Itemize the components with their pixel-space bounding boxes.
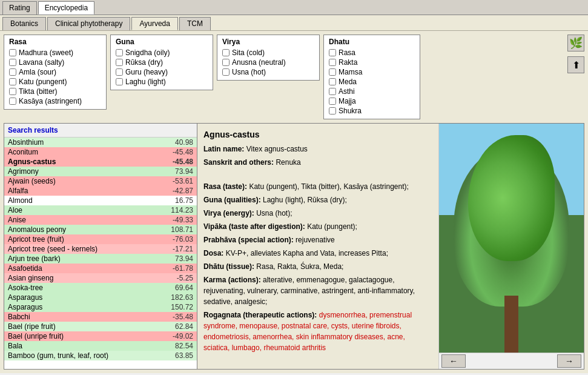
- checkbox-amla[interactable]: [9, 68, 16, 76]
- tree-trunk: [504, 296, 519, 353]
- detail-pane: Agnus-castus Latin name: Vitex agnus-cas…: [197, 123, 584, 370]
- list-item-name: Almond: [8, 196, 33, 205]
- list-item-name: Babchi: [8, 313, 30, 321]
- list-item[interactable]: Asparagus150.72: [4, 302, 197, 312]
- label-madhura: Madhura (sweet): [19, 48, 73, 57]
- checkbox-dhatu-asthi[interactable]: [329, 88, 336, 95]
- upload-button[interactable]: ⬆: [567, 56, 584, 73]
- checkbox-lavana[interactable]: [9, 59, 16, 66]
- checkbox-ruksa[interactable]: [116, 59, 123, 66]
- label-usna: Usna (hot): [232, 68, 266, 76]
- tab-botanics[interactable]: Botanics: [2, 17, 46, 30]
- list-item[interactable]: Arjun tree (bark)73.94: [4, 254, 197, 264]
- checkbox-usna[interactable]: [222, 68, 230, 76]
- checkbox-snigdha[interactable]: [116, 49, 123, 56]
- detail-rasa: Rasa (taste): Katu (pungent), Tikta (bit…: [203, 181, 432, 192]
- checkbox-dhatu-mamsa[interactable]: [329, 68, 336, 76]
- list-item[interactable]: Alfalfa-42.87: [4, 186, 197, 196]
- label-laghu: Laghu (light): [125, 78, 166, 86]
- herb-icon-button[interactable]: 🌿: [567, 35, 584, 51]
- list-item[interactable]: Aconitum-45.48: [4, 147, 197, 157]
- list-item[interactable]: Bael (unripe fruit)-49.02: [4, 331, 197, 341]
- list-item[interactable]: Bamboo (gum, trunk, leaf, root)63.85: [4, 351, 197, 360]
- list-item[interactable]: Asoka-tree69.64: [4, 283, 197, 293]
- checkbox-katu[interactable]: [9, 78, 16, 85]
- prev-image-button[interactable]: ←: [441, 354, 466, 368]
- filter-dhatu-item-3: Meda: [329, 78, 415, 86]
- checkbox-kasaya[interactable]: [9, 98, 16, 105]
- label-dhatu-mamsa: Mamsa: [339, 68, 362, 76]
- list-item-name: Bamboo (gum, trunk, leaf, root): [8, 351, 108, 360]
- detail-guna: Guna (qualities): Laghu (light), Rūksa (…: [203, 194, 432, 205]
- label-dhatu-asthi: Asthi: [339, 87, 355, 96]
- detail-vipaka: Vipāka (taste after digestion): Katu (pu…: [203, 221, 432, 232]
- list-item-score: 40.98: [175, 138, 193, 147]
- list-item[interactable]: Almond16.75: [4, 196, 197, 205]
- label-guru: Guru (heavy): [125, 68, 168, 76]
- plant-image: [439, 124, 584, 353]
- tab-rating[interactable]: Rating: [2, 1, 37, 15]
- list-item-score: 73.94: [175, 167, 193, 176]
- list-item[interactable]: Babchi-35.48: [4, 312, 197, 322]
- filter-virya-item-0: Sita (cold): [222, 48, 314, 57]
- tab-tcm[interactable]: TCM: [179, 17, 211, 30]
- checkbox-sita[interactable]: [222, 49, 230, 56]
- list-item-name: Asparagus: [8, 293, 42, 302]
- list-item[interactable]: Ajwain (seeds)-53.61: [4, 176, 197, 186]
- list-item-score: 182.63: [171, 293, 193, 302]
- list-item-score: 16.75: [175, 196, 193, 205]
- filter-rasa-item-5: Kasāya (astringent): [9, 97, 101, 105]
- tree-canopy2: [468, 135, 555, 261]
- list-item[interactable]: Asafoetida-61.78: [4, 264, 197, 273]
- list-item[interactable]: Agnus-castus-45.48: [4, 157, 197, 167]
- checkbox-anusna[interactable]: [222, 59, 230, 66]
- list-item[interactable]: Bael (ripe fruit)62.84: [4, 322, 197, 331]
- list-item-score: -49.33: [173, 216, 193, 224]
- search-results-title: Search results: [4, 124, 197, 138]
- list-item[interactable]: Agrimony73.94: [4, 167, 197, 176]
- tab-clinical[interactable]: Clinical phytotherapy: [47, 17, 130, 30]
- filter-rasa-item-0: Madhura (sweet): [9, 48, 101, 57]
- list-item[interactable]: Anomalous peony108.71: [4, 225, 197, 234]
- label-katu: Katu (pungent): [19, 78, 67, 86]
- checkbox-dhatu-rakta[interactable]: [329, 59, 336, 66]
- list-item-name: Anomalous peony: [8, 225, 66, 234]
- detail-rogagnata: Rogagnata (therapeutic actions): dysmeno…: [203, 310, 432, 353]
- filter-virya-item-2: Usna (hot): [222, 68, 314, 76]
- label-kasaya: Kasāya (astringent): [19, 97, 82, 105]
- list-item-score: 108.71: [171, 225, 193, 234]
- list-item[interactable]: Asian ginseng-5.25: [4, 273, 197, 283]
- checkbox-dhatu-majja[interactable]: [329, 98, 336, 105]
- list-item[interactable]: Apricot tree (fruit)-76.03: [4, 234, 197, 244]
- list-item[interactable]: Anise-49.33: [4, 215, 197, 225]
- checkbox-madhura[interactable]: [9, 49, 16, 56]
- list-item[interactable]: Asparagus182.63: [4, 293, 197, 302]
- tab-encyclopedia[interactable]: Encyclopedia: [38, 1, 94, 15]
- detail-dosa: Dosa: KV-P+, alleviates Kapha and Vata, …: [203, 248, 432, 259]
- filter-rasa: Rasa Madhura (sweet) Lavana (salty) Amla…: [4, 35, 107, 110]
- list-item[interactable]: Absinthium40.98: [4, 138, 197, 147]
- checkbox-tikta[interactable]: [9, 88, 16, 95]
- list-item-name: Agnus-castus: [8, 158, 56, 166]
- checkbox-dhatu-rasa[interactable]: [329, 49, 336, 56]
- label-dhatu-rasa: Rasa: [339, 48, 355, 57]
- checkbox-laghu[interactable]: [116, 78, 123, 85]
- filter-dhatu-item-4: Asthi: [329, 87, 415, 96]
- filter-virya: Virya Sita (cold) Anusna (neutral) Usna …: [217, 35, 320, 81]
- list-item-name: Bael (unripe fruit): [8, 332, 64, 340]
- list-item[interactable]: Bala82.54: [4, 341, 197, 351]
- list-item-name: Asian ginseng: [8, 274, 53, 282]
- detail-virya: Virya (energy): Usna (hot);: [203, 208, 432, 219]
- second-tab-bar: Botanics Clinical phytotherapy Ayurveda …: [0, 15, 588, 31]
- list-item[interactable]: Apricot tree (seed - kernels)-17.21: [4, 244, 197, 254]
- checkbox-guru[interactable]: [116, 68, 123, 76]
- bottom-split: Search results Absinthium40.98Aconitum-4…: [4, 123, 584, 370]
- list-item[interactable]: Aloe114.23: [4, 205, 197, 215]
- tab-ayurveda[interactable]: Ayurveda: [131, 17, 177, 30]
- list-item-score: 62.84: [175, 322, 193, 331]
- search-list[interactable]: Absinthium40.98Aconitum-45.48Agnus-castu…: [4, 138, 197, 369]
- upload-icon: ⬆: [572, 59, 580, 71]
- checkbox-dhatu-shukra[interactable]: [329, 107, 336, 114]
- next-image-button[interactable]: →: [557, 354, 581, 368]
- checkbox-dhatu-meda[interactable]: [329, 78, 336, 85]
